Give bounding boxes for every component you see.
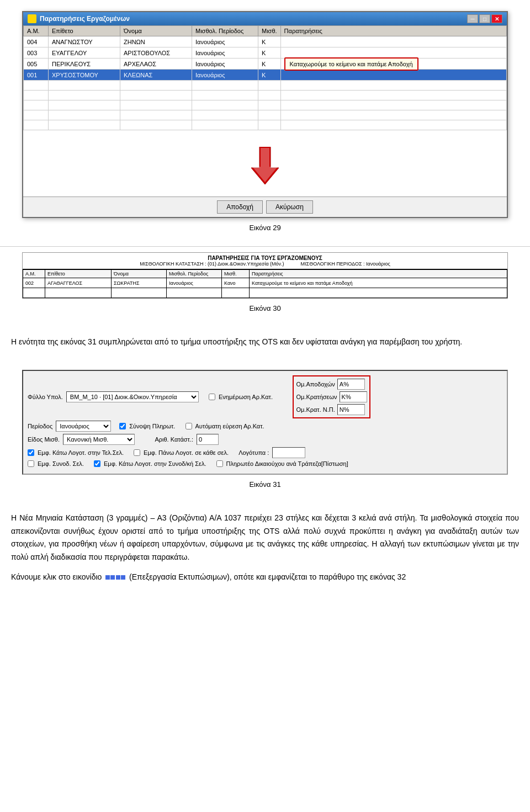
cell-onoma: ΖΗΝΩΝ [120,36,192,47]
svg-marker-1 [252,148,278,182]
cancel-button[interactable]: Ακύρωση [266,200,313,214]
col-onoma: Όνομα [120,26,192,36]
cell-epitheto: ΕΥΑΓΓΕΛΟΥ [49,47,120,59]
caption-30: Εικόνα 30 [249,304,280,312]
select-eidos[interactable]: Κανονική Μισθ. [63,434,135,445]
text-section-2: Η Νέα Μηνιαία Κατάσταση (3 γραμμές) – Α3… [0,503,530,599]
figure-31-section: Φύλλο Υπολ. BM_M_10 · [01] Διοικ.&Οικον.… [0,364,530,503]
input-om-krat[interactable] [340,391,367,402]
table-row[interactable]: 005 ΠΕΡΙΚΛΕΟΥΣ ΑΡΧΕΛΑΟΣ Ιανουάριος Κ Κατ… [24,59,507,70]
select-periodo[interactable]: Ιανουάριος [56,421,111,432]
dialog-footer: Αποδοχή Ακύρωση [23,197,507,217]
table-row-empty [24,110,507,120]
cell-onoma: ΑΡΧΕΛΑΟΣ [120,59,192,70]
right-col: Ομ.Αποδοχών Ομ.Κρατήσεων Ομ.Κρατ. Ν.Π. [296,379,367,415]
figure-29-section: Παρατηρήσεις Εργαζομένων ─ □ ✕ Α.Μ. Επίθ… [0,0,530,246]
input-arith[interactable] [197,434,219,445]
print-cell-notes: Καταχωρούμε το κείμενο και πατάμε Αποδοχ… [250,278,507,288]
cell-epitheto: ΑΝΑΓΝΩΣΤΟΥ [49,36,120,47]
down-arrow-icon [248,147,282,185]
label-periodo: Περίοδος [28,423,52,429]
print-cell-epitheto: ΑΓΑΘΑΓΓΕΛΟΣ [45,278,112,288]
label-enimerwsi: Ενημέρωση Αρ.Κατ. [219,394,273,400]
label-emf-katw: Εμφ. Κάτω Λογοτ. στην Τελ.Σελ. [38,449,124,456]
input-om-krat-np[interactable] [337,404,365,415]
text-paragraph-1: Η ενότητα της εικόνας 31 συμπληρώνεται α… [11,336,519,349]
cell-notes [280,36,506,47]
cell-period: Ιανουάριος [192,59,258,70]
caption-31: Εικόνα 31 [249,480,280,489]
label-pliroto: Πληρωτέο Δικαιούχου ανά Τράπεζα[Πίστωση] [226,460,348,467]
cell-am: 004 [24,36,49,47]
red-box-right: Ομ.Αποδοχών Ομ.Κρατήσεων Ομ.Κρατ. Ν.Π. [293,375,370,418]
cell-onoma: ΚΛΕΩΝΑΣ [120,70,192,81]
win-dialog-29: Παρατηρήσεις Εργαζομένων ─ □ ✕ Α.Μ. Επίθ… [22,11,508,218]
col-period: Μισθολ. Περίοδος [192,26,258,36]
right-row-krat-np: Ομ.Κρατ. Ν.Π. [296,404,367,415]
icon-square-2 [110,575,115,580]
cell-am: 003 [24,47,49,59]
print-cell-misth: Κανο [222,278,250,288]
cell-misth: Κ [258,59,281,70]
table-row-empty [24,91,507,100]
input-logotypo[interactable] [272,447,305,458]
right-row-apodox: Ομ.Αποδοχών [296,379,367,390]
cb-emf-katw[interactable] [28,449,34,456]
table-row[interactable]: 003 ΕΥΑΓΓΕΛΟΥ ΑΡΙΣΤΟΒΟΥΛΟΣ Ιανουάριος Κ [24,47,507,59]
table-row-empty [24,100,507,110]
maximize-button[interactable]: □ [479,14,490,23]
tooltip-box: Καταχωρούμε το κείμενο και πατάμε Αποδοχ… [284,57,418,71]
cell-misth: Κ [258,70,281,81]
arrow-area [23,130,507,197]
cb-emf-katw2[interactable] [94,460,100,467]
cb-emf-panw[interactable] [134,449,140,456]
label-om-apodox: Ομ.Αποδοχών [296,381,335,388]
accept-button[interactable]: Αποδοχή [217,200,263,214]
select-fyllo[interactable]: BM_M_10 · [01] Διοικ.&Οικον.Υπηρεσία [66,391,199,402]
label-emf-panw: Εμφ. Πάνω Λογοτ. σε κάθε σελ. [144,449,229,456]
cb-enimerwsi[interactable] [209,394,215,400]
cb-automati[interactable] [186,423,192,429]
print-subtitle: ΜΙΣΘΟΛΟΓΙΚΗ ΚΑΤΑΣΤΑΣΗ : (01) Διοικ.&Οικο… [24,261,506,267]
cell-notes [280,70,506,81]
dialog-title: Παρατηρήσεις Εργαζομένων [40,15,130,23]
table-row-selected[interactable]: 001 ΧΡΥΣΟΣΤΟΜΟΥ ΚΛΕΩΝΑΣ Ιανουάριος Κ [24,70,507,81]
col-notes: Παρατηρήσεις [280,26,506,36]
print-subtitle-right: ΜΙΣΘΟΛΟΓΙΚΗ ΠΕΡΙΟΔΟΣ : Ιανουάριος [301,261,390,267]
table-row-empty [24,81,507,91]
label-sinopsi: Σύνοψη Πληρωτ. [129,423,175,429]
cb-emf-synod[interactable] [28,460,34,467]
label-arith: Αριθ. Κατάστ.: [155,436,193,443]
cb-pliroto[interactable] [216,460,223,467]
print-row: 002 ΑΓΑΘΑΓΓΕΛΟΣ ΣΩΚΡΑΤΗΣ Ιανουάριος Κανο… [23,278,507,288]
right-row-krat: Ομ.Κρατήσεων [296,391,367,402]
epexergasia-icon [105,575,125,580]
minimize-button[interactable]: ─ [467,14,478,23]
settings-panel-31: Φύλλο Υπολ. BM_M_10 · [01] Διοικ.&Οικον.… [22,370,508,475]
print-cell-am: 002 [23,278,45,288]
dialog-content: Α.Μ. Επίθετο Όνομα Μισθολ. Περίοδος Μισθ… [23,25,507,217]
caption-29: Εικόνα 29 [249,224,280,232]
print-table: Α.Μ. Επίθετο Όνομα Μισθολ. Περίοδος Μισθ… [23,269,507,298]
col-am: Α.Μ. [24,26,49,36]
cell-notes: Καταχωρούμε το κείμενο και πατάμε Αποδοχ… [280,59,506,70]
label-fyllo: Φύλλο Υπολ. [28,394,63,400]
cell-am: 005 [24,59,49,70]
table-row[interactable]: 004 ΑΝΑΓΝΩΣΤΟΥ ΖΗΝΩΝ Ιανουάριος Κ [24,36,507,47]
print-header: ΠΑΡΑΤΗΡΗΣΕΙΣ ΓΙΑ ΤΟΥΣ ΕΡΓΑΖΟΜΕΝΟΥΣ ΜΙΣΘΟ… [23,253,507,269]
settings-row-fyllo: Φύλλο Υπολ. BM_M_10 · [01] Διοικ.&Οικον.… [28,375,502,418]
print-title: ΠΑΡΑΤΗΡΗΣΕΙΣ ΓΙΑ ΤΟΥΣ ΕΡΓΑΖΟΜΕΝΟΥΣ [24,255,506,261]
print-preview-30: ΠΑΡΑΤΗΡΗΣΕΙΣ ΓΙΑ ΤΟΥΣ ΕΡΓΑΖΟΜΕΝΟΥΣ ΜΙΣΘΟ… [22,252,508,299]
label-emf-katw2: Εμφ. Κάτω Λογοτ. στην Συνοδ/κή Σελ. [104,460,206,467]
print-cell-period: Ιανουάριος [167,278,222,288]
cell-period: Ιανουάριος [192,70,258,81]
close-button[interactable]: ✕ [491,14,502,23]
col-misth: Μισθ. [258,26,281,36]
cell-misth: Κ [258,36,281,47]
cell-period: Ιανουάριος [192,36,258,47]
text-paragraph-2: Η Νέα Μηνιαία Κατάσταση (3 γραμμές) – Α3… [11,512,519,564]
titlebar-29: Παρατηρήσεις Εργαζομένων ─ □ ✕ [23,12,507,25]
cell-notes [280,47,506,59]
cb-sinopsi[interactable] [119,423,126,429]
input-om-apodox[interactable] [337,379,365,390]
